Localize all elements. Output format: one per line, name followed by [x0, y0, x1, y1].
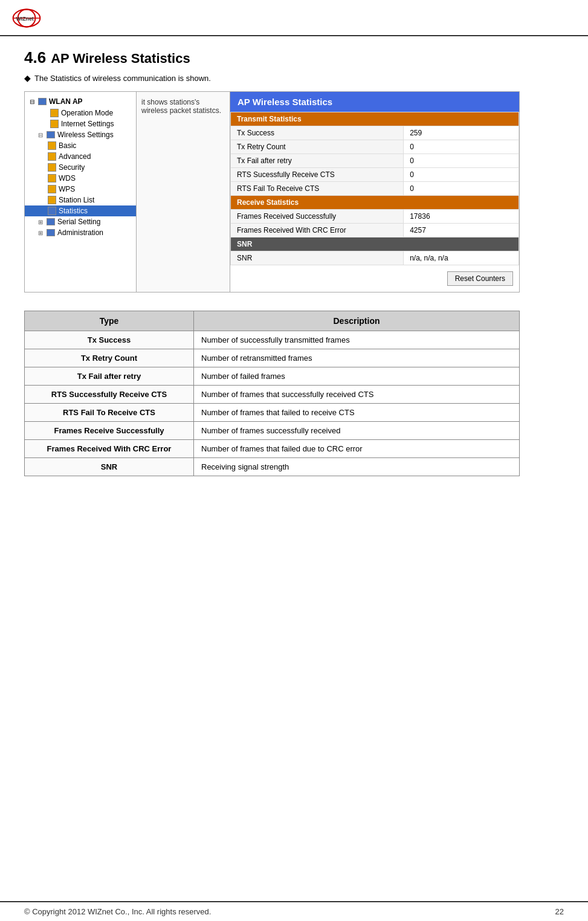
- desc-table-row: Frames Receive SuccessfullyNumber of fra…: [25, 422, 520, 440]
- desc-type-cell: RTS Fail To Receive CTS: [25, 404, 194, 422]
- page-title: 4.6 AP Wireless Statistics: [24, 48, 564, 67]
- nav-icon-station-list: [48, 196, 56, 204]
- receive-header-row: Receive Statistics: [231, 196, 519, 210]
- snr-header-cell: SNR: [231, 238, 519, 251]
- tx-fail-value: 0: [404, 154, 519, 168]
- desc-table-row: Tx SuccessNumber of successfully transmi…: [25, 331, 520, 349]
- nav-icon-wps: [48, 185, 56, 193]
- table-row: RTS Fail To Receive CTS 0: [231, 182, 519, 196]
- tx-success-value: 259: [404, 126, 519, 140]
- nav-label-statistics: Statistics: [59, 207, 88, 215]
- rts-success-value: 0: [404, 168, 519, 182]
- rts-success-label: RTS Sucessfully Receive CTS: [231, 168, 404, 182]
- desc-desc-cell: Number of failed frames: [194, 367, 520, 386]
- table-row: Tx Retry Count 0: [231, 140, 519, 154]
- nav-label-security: Security: [59, 163, 85, 172]
- table-row: Tx Fail after retry 0: [231, 154, 519, 168]
- table-row: SNR n/a, n/a, n/a: [231, 251, 519, 265]
- reset-counters-button[interactable]: Reset Counters: [447, 271, 513, 286]
- page-title-text: AP Wireless Statistics: [51, 51, 190, 66]
- description-table: Type Description Tx SuccessNumber of suc…: [24, 311, 520, 476]
- rts-fail-value: 0: [404, 182, 519, 196]
- table-row: RTS Sucessfully Receive CTS 0: [231, 168, 519, 182]
- desc-desc-cell: Receiving signal strength: [194, 458, 520, 476]
- frames-received-value: 17836: [404, 210, 519, 224]
- desc-desc-cell: Number of frames that successfully recei…: [194, 386, 520, 404]
- nav-item-statistics[interactable]: Statistics: [25, 205, 136, 216]
- desc-desc-cell: Number of frames successfully received: [194, 422, 520, 440]
- logo: WIZnet: [12, 6, 576, 30]
- nav-item-internet-settings[interactable]: Internet Settings: [25, 118, 136, 129]
- receive-header-cell: Receive Statistics: [231, 196, 519, 210]
- transmit-header-cell: Transmit Statistics: [231, 112, 519, 126]
- desc-table-row: RTS Successfully Receive CTSNumber of fr…: [25, 386, 520, 404]
- snr-header-row: SNR: [231, 238, 519, 251]
- snr-label: SNR: [231, 251, 404, 265]
- nav-item-administration[interactable]: ⊞ Administration: [25, 227, 136, 238]
- nav-label-wireless: Wireless Settings: [57, 131, 114, 139]
- header: WIZnet: [0, 0, 588, 36]
- nav-item-wds[interactable]: WDS: [25, 173, 136, 184]
- nav-label-basic: Basic: [59, 141, 76, 150]
- nav-item-basic[interactable]: Basic: [25, 140, 136, 151]
- nav-item-wireless-settings[interactable]: ⊟ Wireless Settings: [25, 129, 136, 140]
- stats-panel: AP Wireless Statistics Transmit Statisti…: [230, 92, 519, 292]
- nav-label-wps: WPS: [59, 185, 75, 193]
- footer-copyright: © Copyright 2012 WIZnet Co., Inc. All ri…: [24, 907, 211, 916]
- nav-panel: ⊟ WLAN AP Operation Mode Internet Settin…: [25, 92, 137, 292]
- desc-table-row: Tx Retry CountNumber of retransmitted fr…: [25, 349, 520, 367]
- nav-icon-basic: [48, 141, 56, 150]
- desc-type-cell: RTS Successfully Receive CTS: [25, 386, 194, 404]
- serial-folder-icon: [47, 218, 55, 225]
- nav-icon-internet: [50, 120, 59, 128]
- col-type-header: Type: [25, 311, 194, 331]
- nav-item-station-list[interactable]: Station List: [25, 195, 136, 205]
- desc-type-cell: Tx Success: [25, 331, 194, 349]
- nav-label-administration: Administration: [57, 228, 103, 237]
- desc-desc-cell: Number of retransmitted frames: [194, 349, 520, 367]
- snr-value: n/a, n/a, n/a: [404, 251, 519, 265]
- tx-retry-label: Tx Retry Count: [231, 140, 404, 154]
- screenshot-container: ⊟ WLAN AP Operation Mode Internet Settin…: [24, 91, 520, 292]
- nav-label-serial: Serial Setting: [57, 218, 100, 226]
- info-panel: it shows stations's wireless packet stat…: [137, 92, 230, 292]
- stats-table: Transmit Statistics Tx Success 259 Tx Re…: [230, 112, 519, 265]
- nav-item-advanced[interactable]: Advanced: [25, 151, 136, 162]
- nav-icon-wds: [48, 174, 56, 183]
- table-row: Tx Success 259: [231, 126, 519, 140]
- nav-icon-advanced: [48, 152, 56, 161]
- description-text: The Statistics of wireless communication…: [34, 74, 211, 83]
- description-line: ◆ The Statistics of wireless communicati…: [24, 73, 564, 83]
- desc-table-row: Tx Fail after retryNumber of failed fram…: [25, 367, 520, 386]
- main-content: 4.6 AP Wireless Statistics ◆ The Statist…: [0, 36, 588, 519]
- wlan-folder-icon: [38, 98, 47, 105]
- desc-desc-cell: Number of successfully transmitted frame…: [194, 331, 520, 349]
- footer: © Copyright 2012 WIZnet Co., Inc. All ri…: [0, 901, 588, 921]
- desc-desc-cell: Number of frames that failed due to CRC …: [194, 440, 520, 458]
- nav-item-operation-mode[interactable]: Operation Mode: [25, 108, 136, 118]
- nav-item-serial-setting[interactable]: ⊞ Serial Setting: [25, 216, 136, 227]
- desc-type-cell: Frames Receive Successfully: [25, 422, 194, 440]
- rts-fail-label: RTS Fail To Receive CTS: [231, 182, 404, 196]
- frames-crc-label: Frames Received With CRC Error: [231, 224, 404, 238]
- desc-type-cell: SNR: [25, 458, 194, 476]
- nav-label-advanced: Advanced: [59, 152, 91, 161]
- desc-type-cell: Tx Fail after retry: [25, 367, 194, 386]
- nav-item-wps[interactable]: WPS: [25, 184, 136, 195]
- desc-type-cell: Frames Received With CRC Error: [25, 440, 194, 458]
- col-desc-header: Description: [194, 311, 520, 331]
- frames-received-label: Frames Received Successfully: [231, 210, 404, 224]
- tx-retry-value: 0: [404, 140, 519, 154]
- nav-label-wds: WDS: [59, 174, 76, 183]
- desc-table-row: SNRReceiving signal strength: [25, 458, 520, 476]
- nav-label-internet: Internet Settings: [61, 120, 114, 128]
- nav-icon-security: [48, 163, 56, 172]
- nav-root-label: WLAN AP: [49, 97, 83, 106]
- tx-fail-label: Tx Fail after retry: [231, 154, 404, 168]
- nav-item-security[interactable]: Security: [25, 162, 136, 173]
- admin-folder-icon: [47, 229, 55, 236]
- frames-crc-value: 4257: [404, 224, 519, 238]
- desc-type-cell: Tx Retry Count: [25, 349, 194, 367]
- section-number: 4.6: [24, 48, 46, 67]
- tx-success-label: Tx Success: [231, 126, 404, 140]
